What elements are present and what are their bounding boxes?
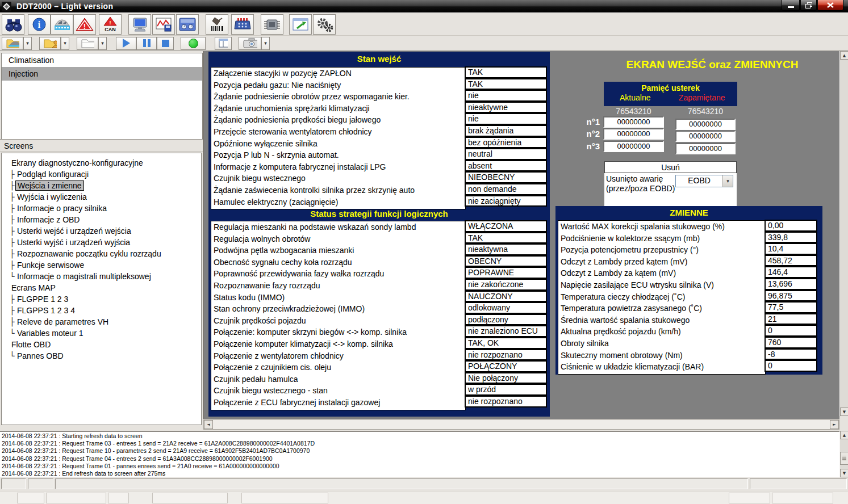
tree-item[interactable]: └Variables moteur 1 xyxy=(10,327,201,339)
tree-item-label[interactable]: Wyjścia i wyliczenia xyxy=(15,192,89,201)
input-row-label: Pozycja P lub N - skrzynia automat. xyxy=(211,149,465,161)
tree-branch-glyph: ├ xyxy=(10,293,15,305)
settings-gears-button[interactable] xyxy=(313,14,336,35)
open-vehicle-button[interactable] xyxy=(2,37,23,50)
input-row-label: Żądanie podniesienie obrotów przez wspom… xyxy=(211,91,465,103)
variable-row-label: Odczyt z Lambdy przed kątem (mV) xyxy=(558,256,765,268)
minimize-button[interactable] xyxy=(782,0,800,11)
tree-branch-glyph: ├ xyxy=(10,214,15,225)
scroll-down-button[interactable]: ▼ xyxy=(840,408,848,416)
open-window-button[interactable] xyxy=(289,14,312,35)
restore-button[interactable] xyxy=(800,0,817,11)
tree-item-label[interactable]: FLGPPS 1 2 3 4 xyxy=(15,306,77,315)
tree-item[interactable]: └Pannes OBD xyxy=(10,350,201,362)
search-button[interactable] xyxy=(2,14,24,35)
tree-item-label[interactable]: Releve de parametres VH xyxy=(15,317,110,326)
tree-item-label[interactable]: Informacje o magistrali multipleksowej xyxy=(15,272,153,281)
play-button[interactable] xyxy=(116,37,136,50)
tree-item[interactable]: Flotte OBD xyxy=(10,339,201,350)
clear-faults-button[interactable]: Usuń xyxy=(604,161,737,173)
tree-item[interactable]: Ekrany diagnostyczno-konfiguracyjne xyxy=(10,157,201,169)
tree-item-label[interactable]: Rozpoznawanie początku cyklu rozrządu xyxy=(15,249,163,258)
variables-panel: ZMIENNE Wartość MAX korekcji spalania st… xyxy=(555,206,822,375)
variable-row-value: 13,696 xyxy=(765,278,817,290)
open-folder-button[interactable] xyxy=(77,37,98,50)
log-scroll-up-button[interactable]: ▲ xyxy=(840,431,848,439)
tree-item[interactable]: ├Wejścia i zmienne xyxy=(10,180,201,191)
record-button[interactable] xyxy=(181,37,206,50)
snapshot-button[interactable] xyxy=(239,37,261,50)
open-vehicle-menu-button[interactable]: ▾ xyxy=(23,37,32,50)
status-row-value: Nie połączony xyxy=(465,372,547,384)
pause-button[interactable] xyxy=(136,37,157,50)
tree-item-label[interactable]: Funkcje serwisowe xyxy=(15,261,86,270)
tree-item[interactable]: Ecrans MAP xyxy=(10,282,201,293)
info-button[interactable]: i xyxy=(28,14,51,35)
tree-item[interactable]: ├Informacje z OBD xyxy=(10,214,201,225)
log-vertical-scrollbar[interactable]: ▲ ▼ xyxy=(839,431,848,477)
layout-button[interactable] xyxy=(215,37,232,50)
tree-item-label[interactable]: Pannes OBD xyxy=(15,351,65,360)
scroll-right-button[interactable]: ► xyxy=(830,420,839,429)
vehicle-icon xyxy=(52,16,72,32)
system-item[interactable]: Injection xyxy=(2,67,202,81)
open-folder-menu-button[interactable]: ▾ xyxy=(98,37,107,50)
tree-item-label[interactable]: Informacje z OBD xyxy=(15,215,81,224)
screen-report-button[interactable] xyxy=(152,14,175,35)
log-scroll-down-button[interactable]: ▼ xyxy=(840,469,848,477)
tree-item[interactable]: ├FLGPPS 1 2 3 4 xyxy=(10,305,201,316)
tree-item[interactable]: ├Podgląd konfiguracji xyxy=(10,169,201,180)
main-vertical-scrollbar[interactable]: ▲ ▼ xyxy=(839,51,848,416)
scroll-up-button[interactable]: ▲ xyxy=(840,51,848,60)
input-row-value: neutral xyxy=(465,148,547,160)
tree-item-label[interactable]: Wejścia i zmienne xyxy=(15,180,84,191)
tree-item[interactable]: ├Usterki wyjść i urządzeń wyjścia xyxy=(10,237,201,248)
tree-item-label[interactable]: Variables moteur 1 xyxy=(15,329,85,338)
taskbar-box xyxy=(152,493,228,503)
tree-item-label[interactable]: Usterki wyjść i urządzeń wyjścia xyxy=(15,238,132,247)
eobd-dropdown[interactable]: EOBD ▾ xyxy=(675,175,733,187)
tree-item-label[interactable]: Informacje o pracy silnika xyxy=(15,204,108,213)
control-panel-button[interactable] xyxy=(176,14,199,35)
log-line: 2014-06-08 22:37:21 : Request Trame 10 -… xyxy=(2,447,839,455)
main-toolbar: i ! ! CAN xyxy=(0,12,848,35)
open-session-button[interactable] xyxy=(39,37,61,50)
actuator-button[interactable] xyxy=(206,14,228,35)
tree-item-label[interactable]: Ecrans MAP xyxy=(10,283,57,292)
memory-chip-button[interactable] xyxy=(261,14,283,35)
variable-row-label: Średnia wartość spalania stukowego xyxy=(558,314,765,326)
tree-item-label[interactable]: FLGPPE 1 2 3 xyxy=(15,295,70,304)
main-horizontal-scrollbar[interactable]: ◄ ► xyxy=(203,419,839,430)
tree-item[interactable]: ├Usterki wejść i urządzeń wejścia xyxy=(10,225,201,237)
tree-item-label[interactable]: Ekrany diagnostyczno-konfiguracyjne xyxy=(10,158,145,167)
snapshot-menu-button[interactable]: ▾ xyxy=(261,37,270,50)
status-row-value: NAUCZONY xyxy=(465,291,547,303)
tree-item[interactable]: ├Informacje o pracy silnika xyxy=(10,203,201,214)
warning-button[interactable]: ! xyxy=(73,14,96,35)
tree-item[interactable]: ├Wyjścia i wyliczenia xyxy=(10,191,201,203)
tree-item[interactable]: ├Funkcje serwisowe xyxy=(10,259,201,271)
status-cell-2 xyxy=(28,478,53,489)
dropdown-arrow-icon[interactable]: ▾ xyxy=(722,175,733,187)
vehicle-info-button[interactable] xyxy=(51,14,73,35)
fault-current-field: 00000000 xyxy=(603,128,664,140)
system-item[interactable]: Climatisation xyxy=(2,53,202,67)
tree-item[interactable]: ├FLGPPE 1 2 3 xyxy=(10,293,201,305)
fault-memory-panel: Pamięć usterek Aktualne Zapamiętane xyxy=(604,82,737,106)
tree-item[interactable]: ├Releve de parametres VH xyxy=(10,316,201,327)
log-scrollbar-thumb[interactable] xyxy=(840,452,848,465)
tree-branch-glyph: └ xyxy=(10,271,15,282)
tree-item[interactable]: └Informacje o magistrali multipleksowej xyxy=(10,271,201,282)
scroll-left-button[interactable]: ◄ xyxy=(204,420,213,429)
bit-headers: 76543210 76543210 xyxy=(603,107,736,116)
stop-button[interactable] xyxy=(157,37,174,50)
close-button[interactable] xyxy=(817,0,843,11)
can-warning-button[interactable]: ! CAN xyxy=(99,14,122,35)
tree-item-label[interactable]: Flotte OBD xyxy=(10,340,52,349)
open-session-menu-button[interactable]: ▾ xyxy=(61,37,69,50)
monitor-button[interactable] xyxy=(128,14,151,35)
tree-item-label[interactable]: Podgląd konfiguracji xyxy=(15,170,90,179)
tree-item-label[interactable]: Usterki wejść i urządzeń wejścia xyxy=(15,226,133,236)
connector-button[interactable] xyxy=(231,14,254,35)
tree-item[interactable]: ├Rozpoznawanie początku cyklu rozrządu xyxy=(10,248,201,259)
